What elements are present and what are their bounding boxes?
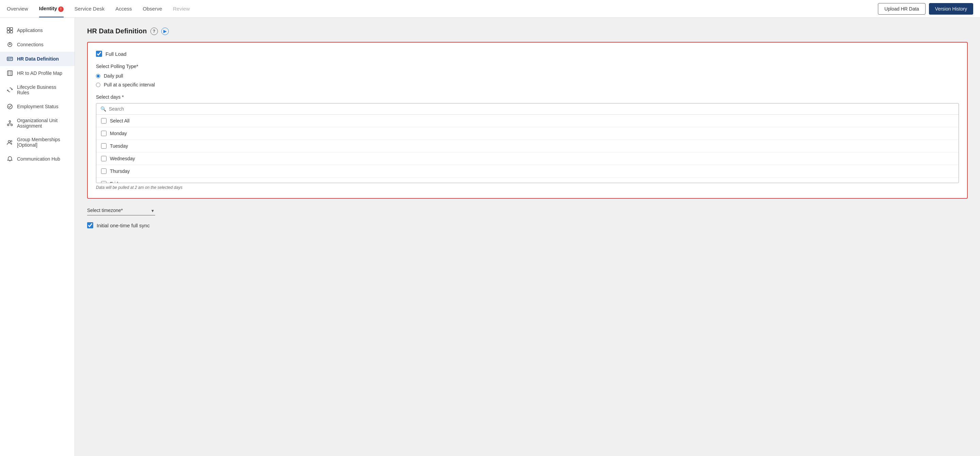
day-checkbox-monday[interactable]: [101, 131, 107, 136]
day-label-friday: Friday: [110, 181, 123, 183]
timezone-wrapper: Select timezone*: [87, 205, 155, 215]
full-load-label: Full Load: [105, 51, 127, 57]
note-text: Data will be pulled at 2 am on the selec…: [96, 185, 959, 190]
full-load-checkbox[interactable]: [96, 51, 102, 57]
day-item-select-all[interactable]: Select All: [96, 115, 959, 127]
org-icon: [7, 120, 13, 126]
day-checkbox-tuesday[interactable]: [101, 143, 107, 149]
specific-interval-radio[interactable]: [96, 83, 100, 87]
main-content: HR Data Definition ? ▶ Full Load Select …: [75, 18, 980, 456]
nav-item-identity[interactable]: Identity!: [39, 0, 64, 17]
day-item-tuesday[interactable]: Tuesday: [96, 140, 959, 153]
timezone-row: Select timezone*: [87, 205, 968, 215]
days-search-row: 🔍: [96, 103, 959, 115]
svg-line-20: [10, 124, 11, 124]
svg-point-17: [11, 124, 13, 126]
polling-type-label: Select Polling Type*: [96, 64, 959, 69]
initial-sync-row: Initial one-time full sync: [87, 222, 968, 228]
nav-badge-identity: !: [58, 6, 64, 12]
svg-rect-11: [8, 71, 12, 76]
initial-sync-label: Initial one-time full sync: [97, 222, 150, 228]
svg-rect-1: [10, 27, 13, 30]
timezone-select[interactable]: Select timezone*: [87, 205, 155, 215]
specific-interval-label: Pull at a specific interval: [104, 82, 155, 87]
search-icon: 🔍: [100, 106, 106, 111]
version-history-button[interactable]: Version History: [929, 3, 973, 14]
sidebar: ApplicationsConnectionsHR Data Definitio…: [0, 18, 75, 456]
svg-line-19: [8, 124, 10, 124]
day-item-thursday[interactable]: Thursday: [96, 165, 959, 178]
page-title-row: HR Data Definition ? ▶: [87, 27, 968, 35]
svg-point-21: [8, 141, 10, 143]
day-label-select all: Select All: [110, 118, 130, 124]
svg-point-22: [11, 141, 12, 142]
day-item-friday[interactable]: Friday: [96, 178, 959, 183]
sidebar-item-group-memberships--optional-[interactable]: Group Memberships [Optional]: [0, 133, 75, 152]
day-item-wednesday[interactable]: Wednesday: [96, 153, 959, 165]
sidebar-item-hr-data-definition[interactable]: HR Data Definition: [0, 52, 75, 66]
sidebar-item-organizational-unit-assignment[interactable]: Organizational Unit Assignment: [0, 114, 75, 133]
main-layout: ApplicationsConnectionsHR Data Definitio…: [0, 18, 980, 456]
full-load-row: Full Load: [96, 51, 959, 57]
day-label-tuesday: Tuesday: [110, 143, 128, 149]
day-checkbox-wednesday[interactable]: [101, 156, 107, 161]
sidebar-label: Lifecycle Business Rules: [17, 84, 68, 95]
cycle-icon: [7, 87, 13, 93]
svg-rect-3: [10, 31, 13, 33]
nav-item-review[interactable]: Review: [173, 0, 189, 17]
page-title: HR Data Definition: [87, 27, 147, 35]
svg-rect-2: [7, 31, 10, 33]
specific-interval-row: Pull at a specific interval: [96, 82, 959, 87]
sidebar-item-connections[interactable]: Connections: [0, 37, 75, 52]
sidebar-label: Communication Hub: [17, 156, 60, 162]
day-label-wednesday: Wednesday: [110, 156, 135, 161]
day-checkbox-friday[interactable]: [101, 181, 107, 183]
polling-type-group: Daily pull Pull at a specific interval: [96, 73, 959, 87]
daily-pull-row: Daily pull: [96, 73, 959, 79]
daily-pull-label: Daily pull: [104, 73, 123, 79]
day-label-thursday: Thursday: [110, 168, 130, 174]
sidebar-label: Applications: [17, 27, 43, 33]
sidebar-item-communication-hub[interactable]: Communication Hub: [0, 152, 75, 166]
plug-icon: [7, 41, 13, 48]
play-icon[interactable]: ▶: [161, 27, 169, 35]
nav-item-observe[interactable]: Observe: [143, 0, 162, 17]
bell-icon: [7, 156, 13, 162]
days-list: Select AllMondayTuesdayWednesdayThursday…: [96, 115, 959, 183]
nav-items: OverviewIdentity!Service DeskAccessObser…: [7, 0, 878, 17]
upload-hr-data-button[interactable]: Upload HR Data: [878, 3, 926, 14]
group-icon: [7, 139, 13, 145]
sidebar-item-employment-status[interactable]: Employment Status: [0, 99, 75, 114]
top-nav: OverviewIdentity!Service DeskAccessObser…: [0, 0, 980, 18]
day-item-monday[interactable]: Monday: [96, 127, 959, 140]
days-dropdown: 🔍 Select AllMondayTuesdayWednesdayThursd…: [96, 103, 959, 183]
svg-point-16: [8, 124, 9, 126]
days-label: Select days *: [96, 94, 959, 100]
day-label-monday: Monday: [110, 131, 127, 136]
sidebar-item-applications[interactable]: Applications: [0, 23, 75, 37]
map-icon: [7, 70, 13, 76]
grid-icon: [7, 27, 13, 33]
nav-item-access[interactable]: Access: [115, 0, 132, 17]
sidebar-label: HR Data Definition: [17, 56, 59, 62]
daily-pull-radio[interactable]: [96, 74, 100, 78]
svg-point-14: [8, 104, 12, 109]
day-checkbox-thursday[interactable]: [101, 168, 107, 174]
initial-sync-checkbox[interactable]: [87, 222, 93, 228]
help-icon[interactable]: ?: [150, 27, 158, 35]
nav-item-overview[interactable]: Overview: [7, 0, 28, 17]
days-search-input[interactable]: [109, 106, 955, 111]
svg-point-15: [9, 121, 11, 122]
sidebar-label: Connections: [17, 42, 43, 47]
nav-item-service-desk[interactable]: Service Desk: [75, 0, 105, 17]
svg-point-8: [8, 58, 10, 60]
sidebar-label: Group Memberships [Optional]: [17, 137, 68, 148]
id-card-icon: [7, 56, 13, 62]
day-checkbox-select all[interactable]: [101, 118, 107, 124]
check-circle-icon: [7, 103, 13, 110]
hr-data-form-card: Full Load Select Polling Type* Daily pul…: [87, 42, 968, 199]
nav-actions: Upload HR Data Version History: [878, 3, 973, 14]
sidebar-item-hr-to-ad-profile-map[interactable]: HR to AD Profile Map: [0, 66, 75, 80]
sidebar-item-lifecycle-business-rules[interactable]: Lifecycle Business Rules: [0, 80, 75, 99]
sidebar-label: Employment Status: [17, 104, 58, 109]
